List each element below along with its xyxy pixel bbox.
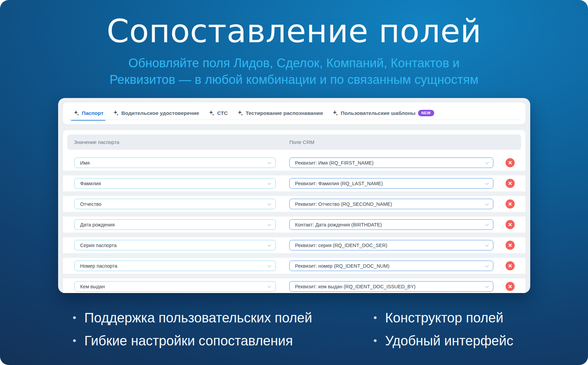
app-window: Паспорт Водительское удостоверение СТС	[58, 98, 530, 293]
crm-field-value: Реквизит: серия (RQ_IDENT_DOC_SER)	[295, 243, 387, 248]
delete-row-button[interactable]	[506, 261, 515, 270]
feature-item: • Гибкие настройки сопоставления	[73, 329, 312, 352]
tab-bar-card: Паспорт Водительское удостоверение СТС	[63, 102, 525, 124]
tab-bar: Паспорт Водительское удостоверение СТС	[73, 106, 434, 120]
tab-label: Водительское удостоверение	[121, 110, 199, 116]
passport-field-select[interactable]: Номер паспорта	[74, 261, 276, 271]
feature-item: • Поддержка пользовательских полей	[73, 306, 312, 329]
feature-text: Конструктор полей	[385, 310, 504, 325]
crm-field-select[interactable]: Реквизит: Отчество (RQ_SECOND_NAME)	[289, 199, 493, 209]
tab-4[interactable]: Тестирование распознавания	[237, 110, 323, 116]
delete-row-button[interactable]	[506, 158, 515, 167]
feature-list-left: • Поддержка пользовательских полей • Гиб…	[73, 306, 312, 352]
subtitle-line-2: Реквизитов — в любой комбинации и по свя…	[0, 71, 588, 88]
mapping-row: Кем выдан Реквизит: кем выдан (RQ_IDENT_…	[63, 278, 525, 293]
sparkles-icon	[73, 110, 79, 116]
table-header: Значение паспорта Поле CRM	[67, 135, 521, 150]
passport-field-select[interactable]: Кем выдан	[74, 281, 276, 292]
tab-label: Тестирование распознавания	[246, 110, 323, 116]
chevron-down-icon	[485, 286, 489, 288]
crm-field-select[interactable]: Реквизит: серия (RQ_IDENT_DOC_SER)	[289, 240, 493, 250]
bullet-icon: •	[373, 313, 377, 323]
delete-row-button[interactable]	[506, 220, 515, 229]
crm-field-select[interactable]: Реквизит: Фамилия (RQ_LAST_NAME)	[289, 178, 493, 189]
crm-field-value: Контакт: Дата рождения (BIRTHDATE)	[295, 222, 382, 227]
sparkles-icon	[113, 110, 119, 116]
chevron-down-icon	[485, 182, 489, 185]
crm-field-value: Реквизит: Фамилия (RQ_LAST_NAME)	[295, 181, 383, 186]
crm-field-value: Реквизит: номер (RQ_IDENT_DOC_NUM)	[295, 263, 389, 269]
mapping-row: Номер паспорта Реквизит: номер (RQ_IDENT…	[63, 258, 525, 274]
row-separator	[63, 171, 525, 175]
feature-text: Удобный интерфейс	[385, 333, 513, 348]
bullet-icon: •	[373, 336, 377, 346]
passport-field-value: Отчество	[80, 201, 101, 207]
delete-x-icon	[508, 161, 512, 165]
crm-field-value: Реквизит: кем выдан (RQ_IDENT_DOC_ISSUED…	[295, 284, 416, 289]
bullet-icon: •	[73, 336, 76, 346]
row-separator	[63, 233, 525, 237]
tab-label: СТС	[217, 110, 227, 116]
chevron-down-icon	[485, 265, 489, 268]
mapping-row: Отчество Реквизит: Отчество (RQ_SECOND_N…	[63, 196, 525, 212]
crm-field-select[interactable]: Реквизит: Имя (RQ_FIRST_NAME)	[289, 157, 493, 168]
delete-x-icon	[508, 181, 512, 186]
row-separator	[63, 191, 525, 196]
tab-label: Паспорт	[82, 110, 103, 116]
feature-text: Гибкие настройки сопоставления	[84, 333, 293, 348]
crm-field-select[interactable]: Реквизит: номер (RQ_IDENT_DOC_NUM)	[289, 261, 493, 271]
row-separator	[63, 274, 525, 278]
passport-field-value: Имя	[80, 160, 90, 166]
page-subtitle: Обновляйте поля Лидов, Сделок, Компаний,…	[0, 55, 588, 88]
tab-3[interactable]: СТС	[208, 110, 227, 116]
chevron-down-icon	[267, 224, 271, 226]
delete-row-button[interactable]	[506, 282, 515, 291]
passport-field-value: Серия паспорта	[80, 243, 117, 248]
chevron-down-icon	[485, 224, 489, 226]
chevron-down-icon	[267, 182, 271, 185]
delete-x-icon	[508, 202, 512, 206]
tab-label: Пользовательские шаблоны	[341, 110, 415, 116]
crm-field-select[interactable]: Реквизит: кем выдан (RQ_IDENT_DOC_ISSUED…	[289, 281, 493, 292]
mapping-row: Серия паспорта Реквизит: серия (RQ_IDENT…	[63, 237, 525, 253]
tab-1[interactable]: Паспорт	[73, 110, 103, 116]
passport-field-value: Номер паспорта	[80, 263, 117, 269]
mapping-table-card: Значение паспорта Поле CRM Имя Реквизит:…	[63, 130, 525, 293]
chevron-down-icon	[267, 203, 271, 206]
passport-field-select[interactable]: Серия паспорта	[74, 240, 276, 250]
chevron-down-icon	[267, 244, 271, 247]
row-separator	[63, 253, 525, 258]
delete-row-button[interactable]	[506, 241, 515, 250]
mapping-row: Дата рождения Контакт: Дата рождения (BI…	[63, 217, 525, 233]
delete-x-icon	[508, 243, 512, 247]
passport-field-select[interactable]: Отчество	[74, 199, 276, 209]
delete-row-button[interactable]	[506, 179, 515, 188]
delete-x-icon	[508, 222, 512, 227]
passport-field-select[interactable]: Дата рождения	[74, 219, 276, 230]
passport-field-value: Дата рождения	[80, 222, 115, 227]
feature-item: • Конструктор полей	[373, 306, 513, 329]
crm-field-value: Реквизит: Отчество (RQ_SECOND_NAME)	[295, 201, 392, 207]
sparkles-icon	[332, 110, 338, 116]
delete-row-button[interactable]	[506, 199, 515, 209]
chevron-down-icon	[267, 162, 271, 165]
subtitle-line-1: Обновляйте поля Лидов, Сделок, Компаний,…	[0, 55, 588, 71]
chevron-down-icon	[485, 244, 489, 247]
delete-x-icon	[508, 264, 512, 268]
chevron-down-icon	[485, 203, 489, 206]
tab-2[interactable]: Водительское удостоверение	[113, 110, 199, 116]
feature-item: • Удобный интерфейс	[373, 329, 513, 352]
crm-field-select[interactable]: Контакт: Дата рождения (BIRTHDATE)	[289, 219, 493, 230]
table-body: Имя Реквизит: Имя (RQ_FIRST_NAME) Фамили…	[63, 150, 525, 293]
passport-field-select[interactable]: Имя	[74, 157, 276, 168]
sparkles-icon	[237, 110, 243, 116]
chevron-down-icon	[267, 265, 271, 268]
passport-field-select[interactable]: Фамилия	[74, 178, 276, 189]
new-badge: NEW	[418, 110, 434, 116]
column-header-crm: Поле CRM	[289, 139, 314, 145]
chevron-down-icon	[267, 286, 271, 288]
promo-page: Сопоставление полей Обновляйте поля Лидо…	[0, 0, 588, 365]
page-title: Сопоставление полей	[0, 14, 588, 49]
mapping-row: Фамилия Реквизит: Фамилия (RQ_LAST_NAME)	[63, 175, 525, 191]
tab-5[interactable]: Пользовательские шаблоны NEW	[332, 110, 434, 116]
